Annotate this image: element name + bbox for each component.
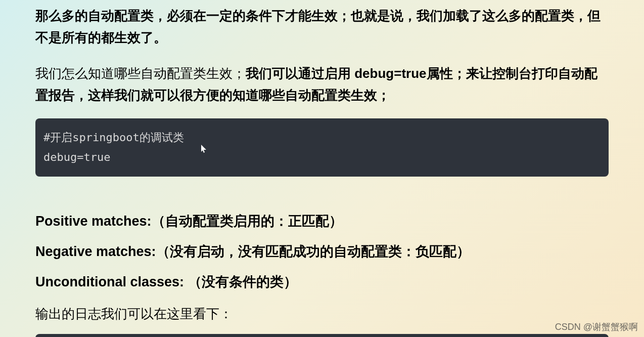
code-key: debug xyxy=(43,151,77,163)
paragraph-debug-info: 我们怎么知道哪些自动配置类生效；我们可以通过启用 debug=true属性；来让… xyxy=(35,63,609,106)
output-log-text: 输出的日志我们可以在这里看下： xyxy=(35,305,609,323)
code-value: true xyxy=(83,151,110,163)
code-line-2: debug=true xyxy=(43,147,601,167)
para2-prefix: 我们怎么知道哪些自动配置类生效； xyxy=(35,66,246,81)
unconditional-classes-line: Unconditional classes: （没有条件的类） xyxy=(35,273,609,291)
code-block-debug: #开启springboot的调试类 debug=true xyxy=(35,118,609,177)
positive-matches-line: Positive matches:（自动配置类启用的：正匹配） xyxy=(35,212,609,230)
watermark-text: CSDN @谢蟹蟹猴啊 xyxy=(555,321,638,333)
paragraph-intro-bold: 那么多的自动配置类，必须在一定的条件下才能生效；也就是说，我们加载了这么多的配置… xyxy=(35,5,609,49)
collapse-block-log[interactable]: + 控制台打印日志 xyxy=(35,334,609,337)
code-eq: = xyxy=(77,151,83,163)
negative-matches-line: Negative matches:（没有启动，没有匹配成功的自动配置类：负匹配） xyxy=(35,242,609,261)
code-line-1: #开启springboot的调试类 xyxy=(43,128,601,148)
code-comment: #开启springboot的调试类 xyxy=(43,131,184,144)
